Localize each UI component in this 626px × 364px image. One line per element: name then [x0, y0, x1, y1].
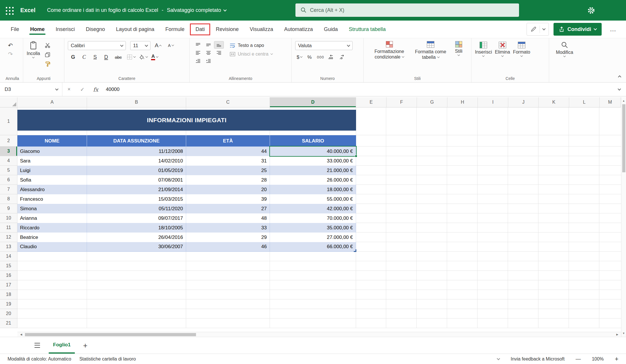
wrap-text-button[interactable]: Testo a capo [230, 43, 273, 48]
table-cell[interactable]: 21.000,00 € [270, 166, 356, 175]
font-name-select[interactable]: Calibri [68, 41, 126, 50]
decrease-indent-button[interactable] [193, 57, 203, 65]
conditional-formatting-button[interactable]: Formattazione condizionale [367, 41, 411, 60]
feedback-link[interactable]: Invia feedback a Microsoft [511, 356, 565, 362]
table-cell[interactable]: 28 [186, 175, 270, 185]
column-header-F[interactable]: F [387, 97, 417, 107]
save-status[interactable]: Salvataggio completato [167, 7, 226, 13]
align-bottom-button[interactable] [214, 41, 224, 49]
scroll-right-icon[interactable]: ▶ [614, 332, 620, 337]
column-header-B[interactable]: B [87, 97, 186, 107]
undo-button[interactable]: ↶ [5, 41, 16, 50]
row-header-19[interactable]: 19 [0, 299, 17, 309]
editing-mode-button[interactable] [527, 23, 549, 36]
table-cell[interactable]: 05/11/2020 [87, 204, 186, 213]
table-cell[interactable]: 14/02/2010 [87, 156, 186, 166]
statusbar-options-icon[interactable] [497, 357, 500, 360]
editing-menu-button[interactable]: Modifica [553, 41, 576, 57]
active-cell[interactable]: 40.000,00 € [270, 147, 356, 156]
column-header-E[interactable]: E [356, 97, 387, 107]
row-header-21[interactable]: 21 [0, 319, 17, 328]
sheet-list-button[interactable] [31, 340, 43, 351]
row-header-3[interactable]: 3 [0, 147, 17, 156]
row-header-4[interactable]: 4 [0, 156, 17, 166]
table-cell[interactable]: 18.000,00 € [270, 185, 356, 194]
table-cell[interactable]: 27.000,00 € [270, 233, 356, 242]
scroll-down-icon[interactable]: ▼ [621, 330, 626, 336]
cell-styles-button[interactable]: Stili [450, 41, 468, 56]
italic-button[interactable]: C [79, 53, 89, 61]
row-header-9[interactable]: 9 [0, 204, 17, 213]
column-header-D[interactable]: D [270, 97, 356, 107]
table-header-eta[interactable]: ETÀ [186, 135, 270, 147]
row-header-10[interactable]: 10 [0, 213, 17, 223]
row-header-7[interactable]: 7 [0, 185, 17, 194]
font-size-select[interactable]: 11 [130, 41, 150, 50]
column-header-G[interactable]: G [417, 97, 447, 107]
table-cell[interactable]: 11/12/2008 [87, 147, 186, 156]
table-cell[interactable]: 29 [186, 233, 270, 242]
row-header-8[interactable]: 8 [0, 194, 17, 204]
merge-center-button[interactable]: Unisci e centra [230, 52, 273, 57]
calc-mode-status[interactable]: Modalità di calcolo: Automatico [8, 356, 71, 362]
table-cell[interactable]: Arianna [17, 213, 87, 223]
table-cell[interactable]: 27 [186, 204, 270, 213]
column-header-L[interactable]: L [569, 97, 600, 107]
table-cell[interactable]: 66.000,00 € [270, 242, 356, 252]
row-header-15[interactable]: 15 [0, 261, 17, 271]
table-cell[interactable]: Riccardo [17, 223, 87, 233]
row-header-16[interactable]: 16 [0, 271, 17, 280]
column-header-H[interactable]: H [447, 97, 478, 107]
horizontal-scroll-thumb[interactable] [25, 333, 196, 336]
increase-indent-button[interactable] [204, 57, 213, 65]
tab-inserisci[interactable]: Inserisci [50, 23, 80, 35]
table-cell[interactable]: 01/05/2019 [87, 166, 186, 175]
name-box[interactable]: D3 [0, 83, 62, 96]
double-underline-button[interactable]: D [101, 53, 111, 61]
table-title[interactable]: INFORMAZIONI IMPIEGATI [17, 110, 356, 131]
column-header-K[interactable]: K [539, 97, 569, 107]
underline-button[interactable]: S [90, 53, 100, 61]
cancel-entry-button[interactable]: × [62, 83, 76, 96]
table-cell[interactable]: Alessandro [17, 185, 87, 194]
table-cell[interactable]: Sara [17, 156, 87, 166]
insert-function-button[interactable]: fx [89, 83, 102, 96]
table-cell[interactable]: Giacomo [17, 147, 87, 156]
zoom-out-button[interactable]: — [576, 356, 581, 362]
strikethrough-button[interactable]: abc [112, 53, 125, 61]
format-cells-button[interactable]: Formato [513, 42, 530, 56]
column-header-C[interactable]: C [186, 97, 270, 107]
table-cell[interactable]: Simona [17, 204, 87, 213]
table-cell[interactable]: 70.000,00 € [270, 213, 356, 223]
table-header-nome[interactable]: NOME [17, 135, 87, 147]
table-cell[interactable]: 44 [186, 147, 270, 156]
row-header-5[interactable]: 5 [0, 166, 17, 175]
tab-visualizza[interactable]: Visualizza [244, 23, 279, 35]
table-resize-handle[interactable] [354, 249, 356, 252]
borders-button[interactable] [125, 53, 137, 61]
row-header-20[interactable]: 20 [0, 309, 17, 319]
vertical-scroll-thumb[interactable] [622, 104, 625, 172]
add-sheet-button[interactable]: + [81, 342, 90, 349]
table-cell[interactable]: 18/10/2005 [87, 223, 186, 233]
table-cell[interactable]: 26/04/2016 [87, 233, 186, 242]
table-cell[interactable]: 20 [186, 185, 270, 194]
table-cell[interactable]: 15/03/2015 [87, 194, 186, 204]
redo-button[interactable]: ↷ [5, 50, 16, 58]
format-as-table-button[interactable]: Formatta come tabella [413, 41, 449, 60]
app-launcher-button[interactable] [0, 0, 19, 21]
copy-button[interactable] [42, 50, 53, 59]
bold-button[interactable]: G [68, 53, 78, 61]
workbook-stats-button[interactable]: Statistiche cartella di lavoro [79, 356, 136, 362]
table-cell[interactable]: 33 [186, 223, 270, 233]
number-format-select[interactable]: Valuta [295, 41, 353, 50]
table-cell[interactable]: Beatrice [17, 233, 87, 242]
table-cell[interactable]: 30/06/2007 [87, 242, 186, 252]
table-cell[interactable]: Claudio [17, 242, 87, 252]
document-title[interactable]: Come ordinare i dati in un foglio di cal… [47, 7, 226, 13]
table-header-salario[interactable]: SALARIO [270, 135, 356, 147]
settings-button[interactable] [586, 5, 597, 16]
formula-bar-expand-button[interactable] [613, 83, 626, 96]
tab-struttura-tabella[interactable]: Struttura tabella [343, 23, 391, 35]
sheet-tab-foglio1[interactable]: Foglio1 [49, 337, 75, 354]
